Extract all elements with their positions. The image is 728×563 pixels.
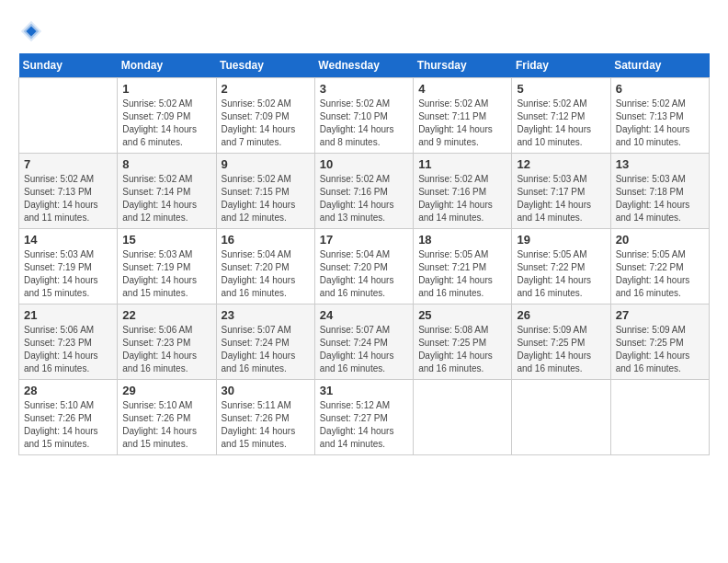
day-info: Sunrise: 5:02 AMSunset: 7:09 PMDaylight:… xyxy=(122,98,210,149)
day-number: 31 xyxy=(320,384,408,397)
logo xyxy=(18,18,48,44)
calendar-cell: 31Sunrise: 5:12 AMSunset: 7:27 PMDayligh… xyxy=(314,380,413,455)
day-number: 19 xyxy=(517,233,605,247)
calendar-cell: 1Sunrise: 5:02 AMSunset: 7:09 PMDaylight… xyxy=(118,78,216,154)
calendar-cell: 7Sunrise: 5:02 AMSunset: 7:13 PMDaylight… xyxy=(19,154,118,229)
calendar-cell xyxy=(19,78,118,154)
day-number: 30 xyxy=(222,384,310,397)
day-number: 4 xyxy=(418,82,506,96)
day-number: 3 xyxy=(320,82,408,96)
day-number: 8 xyxy=(122,157,210,171)
day-info: Sunrise: 5:04 AMSunset: 7:20 PMDaylight:… xyxy=(222,248,310,300)
calendar-cell: 12Sunrise: 5:03 AMSunset: 7:17 PMDayligh… xyxy=(512,154,610,229)
calendar-cell: 21Sunrise: 5:06 AMSunset: 7:23 PMDayligh… xyxy=(19,304,118,380)
calendar-cell: 6Sunrise: 5:02 AMSunset: 7:13 PMDaylight… xyxy=(610,78,709,154)
calendar-cell: 9Sunrise: 5:02 AMSunset: 7:15 PMDaylight… xyxy=(216,154,314,229)
day-info: Sunrise: 5:05 AMSunset: 7:22 PMDaylight:… xyxy=(616,248,704,300)
day-number: 10 xyxy=(320,157,408,171)
day-info: Sunrise: 5:02 AMSunset: 7:14 PMDaylight:… xyxy=(122,173,210,224)
day-of-week-header: Thursday xyxy=(414,53,512,78)
day-info: Sunrise: 5:08 AMSunset: 7:25 PMDaylight:… xyxy=(418,324,506,375)
calendar-cell: 11Sunrise: 5:02 AMSunset: 7:16 PMDayligh… xyxy=(414,154,512,229)
day-info: Sunrise: 5:02 AMSunset: 7:11 PMDaylight:… xyxy=(418,98,506,149)
calendar-cell: 17Sunrise: 5:04 AMSunset: 7:20 PMDayligh… xyxy=(314,229,413,304)
day-info: Sunrise: 5:03 AMSunset: 7:18 PMDaylight:… xyxy=(616,173,704,224)
day-number: 16 xyxy=(222,233,310,247)
day-info: Sunrise: 5:05 AMSunset: 7:21 PMDaylight:… xyxy=(418,248,506,300)
day-number: 18 xyxy=(418,233,506,247)
day-number: 26 xyxy=(517,308,605,322)
calendar-cell: 18Sunrise: 5:05 AMSunset: 7:21 PMDayligh… xyxy=(414,229,512,304)
day-number: 2 xyxy=(222,82,310,96)
day-of-week-header: Saturday xyxy=(610,53,709,78)
page-header xyxy=(18,18,710,44)
day-info: Sunrise: 5:10 AMSunset: 7:26 PMDaylight:… xyxy=(122,399,210,451)
day-info: Sunrise: 5:02 AMSunset: 7:16 PMDaylight:… xyxy=(418,173,506,224)
day-info: Sunrise: 5:02 AMSunset: 7:10 PMDaylight:… xyxy=(320,98,408,149)
day-of-week-header: Wednesday xyxy=(314,53,413,78)
day-info: Sunrise: 5:10 AMSunset: 7:26 PMDaylight:… xyxy=(24,399,112,451)
day-number: 21 xyxy=(24,308,112,322)
calendar-cell: 5Sunrise: 5:02 AMSunset: 7:12 PMDaylight… xyxy=(512,78,610,154)
calendar-cell: 13Sunrise: 5:03 AMSunset: 7:18 PMDayligh… xyxy=(610,154,709,229)
calendar-cell: 27Sunrise: 5:09 AMSunset: 7:25 PMDayligh… xyxy=(610,304,709,380)
calendar-cell: 25Sunrise: 5:08 AMSunset: 7:25 PMDayligh… xyxy=(414,304,512,380)
day-info: Sunrise: 5:06 AMSunset: 7:23 PMDaylight:… xyxy=(122,324,210,375)
day-number: 23 xyxy=(222,308,310,322)
day-of-week-header: Monday xyxy=(118,53,216,78)
day-info: Sunrise: 5:02 AMSunset: 7:15 PMDaylight:… xyxy=(222,173,310,224)
header-row: SundayMondayTuesdayWednesdayThursdayFrid… xyxy=(19,53,710,78)
day-number: 5 xyxy=(517,82,605,96)
day-info: Sunrise: 5:04 AMSunset: 7:20 PMDaylight:… xyxy=(320,248,408,300)
day-info: Sunrise: 5:09 AMSunset: 7:25 PMDaylight:… xyxy=(517,324,605,375)
calendar-cell: 14Sunrise: 5:03 AMSunset: 7:19 PMDayligh… xyxy=(19,229,118,304)
calendar-cell: 4Sunrise: 5:02 AMSunset: 7:11 PMDaylight… xyxy=(414,78,512,154)
day-info: Sunrise: 5:02 AMSunset: 7:09 PMDaylight:… xyxy=(222,98,310,149)
calendar-cell xyxy=(414,380,512,455)
day-info: Sunrise: 5:03 AMSunset: 7:17 PMDaylight:… xyxy=(517,173,605,224)
calendar-week-row: 28Sunrise: 5:10 AMSunset: 7:26 PMDayligh… xyxy=(19,380,710,455)
day-info: Sunrise: 5:03 AMSunset: 7:19 PMDaylight:… xyxy=(24,248,112,300)
calendar-cell: 16Sunrise: 5:04 AMSunset: 7:20 PMDayligh… xyxy=(216,229,314,304)
day-number: 7 xyxy=(24,157,112,171)
logo-icon xyxy=(18,18,44,44)
day-number: 14 xyxy=(24,233,112,247)
calendar-cell: 22Sunrise: 5:06 AMSunset: 7:23 PMDayligh… xyxy=(118,304,216,380)
day-info: Sunrise: 5:06 AMSunset: 7:23 PMDaylight:… xyxy=(24,324,112,375)
day-of-week-header: Friday xyxy=(512,53,610,78)
day-info: Sunrise: 5:02 AMSunset: 7:13 PMDaylight:… xyxy=(616,98,704,149)
calendar-cell: 24Sunrise: 5:07 AMSunset: 7:24 PMDayligh… xyxy=(314,304,413,380)
day-info: Sunrise: 5:02 AMSunset: 7:16 PMDaylight:… xyxy=(320,173,408,224)
calendar-header: SundayMondayTuesdayWednesdayThursdayFrid… xyxy=(19,53,710,78)
calendar-body: 1Sunrise: 5:02 AMSunset: 7:09 PMDaylight… xyxy=(19,78,710,455)
calendar-week-row: 21Sunrise: 5:06 AMSunset: 7:23 PMDayligh… xyxy=(19,304,710,380)
calendar-week-row: 1Sunrise: 5:02 AMSunset: 7:09 PMDaylight… xyxy=(19,78,710,154)
day-info: Sunrise: 5:02 AMSunset: 7:12 PMDaylight:… xyxy=(517,98,605,149)
day-of-week-header: Sunday xyxy=(19,53,118,78)
calendar-cell: 15Sunrise: 5:03 AMSunset: 7:19 PMDayligh… xyxy=(118,229,216,304)
day-info: Sunrise: 5:09 AMSunset: 7:25 PMDaylight:… xyxy=(616,324,704,375)
day-number: 12 xyxy=(517,157,605,171)
calendar-cell: 30Sunrise: 5:11 AMSunset: 7:26 PMDayligh… xyxy=(216,380,314,455)
calendar-cell xyxy=(610,380,709,455)
calendar-cell: 10Sunrise: 5:02 AMSunset: 7:16 PMDayligh… xyxy=(314,154,413,229)
calendar-cell: 3Sunrise: 5:02 AMSunset: 7:10 PMDaylight… xyxy=(314,78,413,154)
day-number: 28 xyxy=(24,384,112,397)
day-number: 1 xyxy=(122,82,210,96)
day-number: 20 xyxy=(616,233,704,247)
calendar-cell: 28Sunrise: 5:10 AMSunset: 7:26 PMDayligh… xyxy=(19,380,118,455)
calendar-cell: 26Sunrise: 5:09 AMSunset: 7:25 PMDayligh… xyxy=(512,304,610,380)
day-info: Sunrise: 5:02 AMSunset: 7:13 PMDaylight:… xyxy=(24,173,112,224)
day-number: 17 xyxy=(320,233,408,247)
calendar-week-row: 7Sunrise: 5:02 AMSunset: 7:13 PMDaylight… xyxy=(19,154,710,229)
day-number: 13 xyxy=(616,157,704,171)
day-number: 24 xyxy=(320,308,408,322)
calendar-week-row: 14Sunrise: 5:03 AMSunset: 7:19 PMDayligh… xyxy=(19,229,710,304)
calendar-cell xyxy=(512,380,610,455)
day-number: 27 xyxy=(616,308,704,322)
calendar-cell: 23Sunrise: 5:07 AMSunset: 7:24 PMDayligh… xyxy=(216,304,314,380)
day-info: Sunrise: 5:07 AMSunset: 7:24 PMDaylight:… xyxy=(320,324,408,375)
day-of-week-header: Tuesday xyxy=(216,53,314,78)
calendar-cell: 19Sunrise: 5:05 AMSunset: 7:22 PMDayligh… xyxy=(512,229,610,304)
day-info: Sunrise: 5:03 AMSunset: 7:19 PMDaylight:… xyxy=(122,248,210,300)
